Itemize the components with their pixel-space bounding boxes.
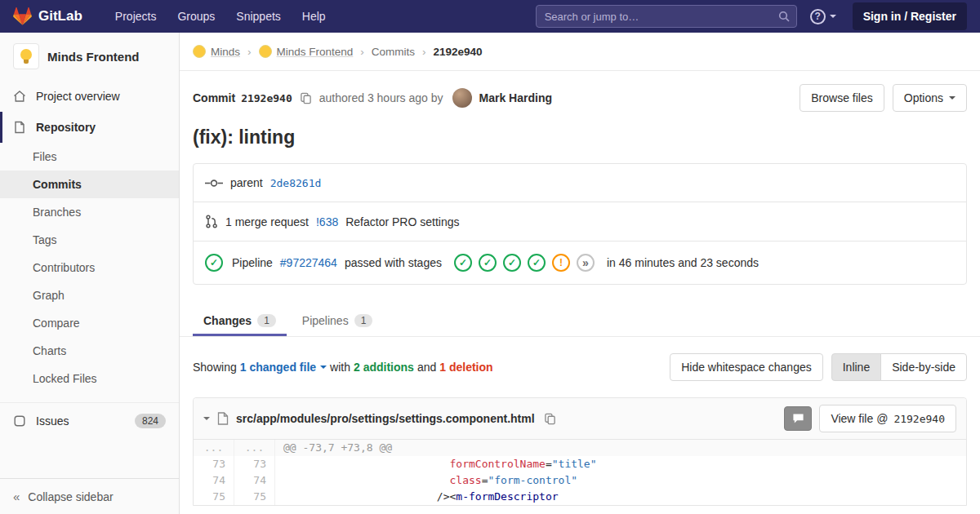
- collapse-sidebar-button[interactable]: « Collapse sidebar: [0, 478, 179, 514]
- old-line-number[interactable]: 75: [194, 489, 234, 505]
- inline-view-button[interactable]: Inline: [831, 353, 881, 381]
- breadcrumb: Minds › Minds Frontend › Commits › 2192e…: [180, 33, 980, 71]
- parent-sha-link[interactable]: 2de8261d: [270, 177, 322, 189]
- new-line-number[interactable]: 73: [234, 456, 275, 472]
- sidebar-item-issues[interactable]: Issues 824: [0, 402, 179, 439]
- breadcrumb-commits[interactable]: Commits: [372, 46, 415, 58]
- help-menu[interactable]: ?: [810, 9, 836, 24]
- breadcrumb-project[interactable]: Minds Frontend: [259, 45, 354, 58]
- group-avatar: [193, 45, 206, 58]
- options-dropdown-button[interactable]: Options: [893, 84, 967, 112]
- pipeline-id-link[interactable]: #97227464: [280, 256, 337, 269]
- sidebar-item-charts[interactable]: Charts: [0, 337, 179, 365]
- author-avatar[interactable]: [452, 88, 472, 108]
- stage-passed-icon[interactable]: ✓: [503, 254, 521, 272]
- new-line-gutter: ...: [234, 440, 275, 456]
- pipeline-status-text: passed with stages: [345, 256, 442, 269]
- commit-header: Commit 2192e940 authored 3 hours ago by …: [180, 71, 980, 112]
- code-attr: class: [450, 474, 482, 486]
- sidebar-item-contributors[interactable]: Contributors: [0, 254, 179, 281]
- navbar-links: Projects Groups Snippets Help: [105, 5, 336, 28]
- stage-more-icon[interactable]: »: [577, 254, 595, 272]
- showing-text: Showing: [193, 361, 237, 374]
- changed-files-dropdown[interactable]: 1 changed file: [240, 361, 327, 374]
- stage-passed-icon[interactable]: ✓: [454, 254, 472, 272]
- mr-ref-link[interactable]: !638: [316, 215, 338, 228]
- side-by-side-view-button[interactable]: Side-by-side: [880, 353, 967, 381]
- project-header[interactable]: Minds Frontend: [0, 33, 179, 81]
- view-file-label: View file @: [831, 412, 888, 425]
- commit-actions: Browse files Options: [800, 84, 967, 112]
- project-crumb-avatar: [259, 45, 272, 58]
- additions-count: 2 additions: [354, 361, 414, 374]
- pipeline-row: ✓ Pipeline #97227464 passed with stages …: [194, 241, 966, 284]
- stage-passed-icon[interactable]: ✓: [479, 254, 497, 272]
- view-file-button[interactable]: View file @ 2192e940: [819, 405, 956, 432]
- mr-count-text: 1 merge request: [225, 215, 309, 228]
- sidebar-item-compare[interactable]: Compare: [0, 309, 179, 337]
- stage-warning-icon[interactable]: !: [552, 254, 570, 272]
- changed-files-label: 1 changed file: [240, 361, 316, 374]
- sidebar-item-files[interactable]: Files: [0, 143, 179, 171]
- breadcrumb-group[interactable]: Minds: [193, 45, 240, 58]
- breadcrumb-project-label: Minds Frontend: [277, 46, 354, 58]
- code-punct: /><: [437, 490, 456, 503]
- nav-help[interactable]: Help: [292, 5, 336, 28]
- tab-pipelines-label: Pipelines: [302, 314, 349, 327]
- options-label: Options: [904, 91, 943, 104]
- tab-changes[interactable]: Changes 1: [193, 304, 287, 336]
- pipelines-count-badge: 1: [354, 314, 373, 327]
- search-input[interactable]: [536, 5, 797, 28]
- author-name[interactable]: Mark Harding: [479, 91, 552, 104]
- copy-icon: [544, 413, 556, 425]
- new-line-number[interactable]: 74: [234, 472, 275, 489]
- sign-in-button[interactable]: Sign in / Register: [853, 2, 967, 30]
- breadcrumb-current-sha: 2192e940: [434, 46, 483, 58]
- main-content: Minds › Minds Frontend › Commits › 2192e…: [180, 0, 980, 506]
- gitlab-logo[interactable]: GitLab: [13, 7, 82, 26]
- sidebar-item-tags[interactable]: Tags: [0, 226, 179, 254]
- stage-passed-icon[interactable]: ✓: [528, 254, 546, 272]
- sidebar-item-repository[interactable]: Repository: [0, 112, 179, 143]
- sidebar-item-project-overview[interactable]: Project overview: [0, 81, 179, 112]
- sidebar-item-graph[interactable]: Graph: [0, 281, 179, 309]
- new-line-number[interactable]: 75: [234, 489, 275, 505]
- view-file-sha: 2192e940: [893, 413, 945, 425]
- merge-request-row: 1 merge request !638 Refactor PRO settin…: [194, 202, 966, 241]
- nav-groups[interactable]: Groups: [167, 5, 225, 28]
- commit-label: Commit: [193, 91, 235, 104]
- and-text: and: [417, 361, 436, 374]
- sidebar-item-branches[interactable]: Branches: [0, 198, 179, 226]
- hide-whitespace-button[interactable]: Hide whitespace changes: [670, 353, 823, 381]
- pipeline-status-icon[interactable]: ✓: [205, 254, 223, 272]
- commit-sha: 2192e940: [241, 92, 292, 104]
- collapse-icon: «: [13, 490, 20, 503]
- nav-snippets[interactable]: Snippets: [226, 5, 290, 28]
- home-icon: [13, 90, 26, 103]
- copy-sha-button[interactable]: [298, 91, 314, 106]
- sidebar-item-label: Issues: [36, 414, 69, 428]
- sidebar-item-locked-files[interactable]: Locked Files: [0, 365, 179, 392]
- view-mode-toggle: Inline Side-by-side: [831, 353, 967, 381]
- toggle-comments-button[interactable]: [784, 406, 812, 431]
- tab-pipelines[interactable]: Pipelines 1: [292, 304, 384, 336]
- old-line-number[interactable]: 74: [194, 472, 234, 489]
- sidebar-item-commits[interactable]: Commits: [0, 171, 179, 198]
- old-line-number[interactable]: 73: [194, 456, 234, 472]
- code-value: "title": [552, 458, 597, 470]
- diff-view-controls: Hide whitespace changes Inline Side-by-s…: [670, 353, 967, 381]
- browse-files-button[interactable]: Browse files: [800, 84, 884, 112]
- commit-title: (fix): linting: [180, 112, 980, 150]
- file-path[interactable]: src/app/modules/pro/settings/settings.co…: [236, 412, 535, 425]
- collapse-label: Collapse sidebar: [28, 490, 113, 503]
- brand-name: GitLab: [38, 8, 82, 24]
- pipeline-duration: in 46 minutes and 23 seconds: [607, 256, 759, 269]
- changes-count-badge: 1: [257, 314, 276, 327]
- collapse-file-icon[interactable]: [203, 417, 210, 420]
- nav-projects[interactable]: Projects: [105, 5, 167, 28]
- parent-label: parent: [230, 176, 263, 189]
- breadcrumb-separator: ›: [422, 46, 426, 58]
- copy-path-button[interactable]: [542, 411, 558, 427]
- hide-whitespace-label: Hide whitespace changes: [681, 361, 812, 374]
- browse-files-label: Browse files: [811, 91, 872, 104]
